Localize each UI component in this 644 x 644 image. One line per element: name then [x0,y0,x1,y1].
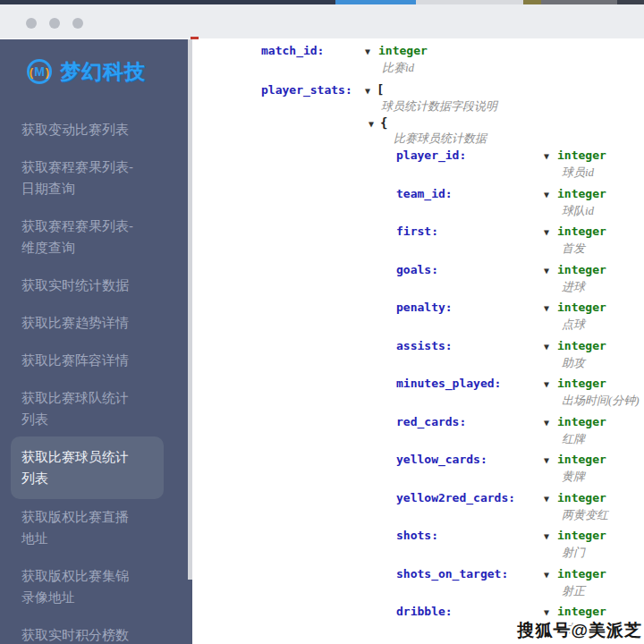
schema-field-row: shots:▼integer 射门 [396,528,644,561]
collapse-triangle-icon[interactable]: ▼ [544,415,549,431]
window-control-dot[interactable] [49,18,60,29]
field-name: team_id: [396,186,544,202]
field-name: yellow2red_cards: [396,490,544,506]
field-name: shots: [396,528,544,544]
field-name: assists: [396,338,544,354]
schema-field-row: yellow2red_cards:▼integer 两黄变红 [396,490,644,523]
field-type: integer [557,377,606,390]
field-type: integer [557,187,606,200]
collapse-triangle-icon[interactable]: ▼ [365,44,370,60]
schema-field-row: penalty:▼integer 点球 [396,300,644,333]
schema-field-row: team_id:▼integer 球队id [396,186,644,219]
collapse-triangle-icon[interactable]: ▼ [544,187,549,203]
sidebar: M 梦幻科技 获取变动比赛列表 获取赛程赛果列表-日期查询 获取赛程赛果列表-维… [0,39,192,644]
field-description: 射正 [562,583,644,599]
schema-field-row: goals:▼integer 进球 [396,262,644,295]
field-type: integer [557,453,606,466]
sidebar-menu-item-label: 获取实时积分榜数据 [21,627,129,644]
field-description: 助攻 [562,355,644,371]
collapse-triangle-icon[interactable]: ▼ [544,339,549,355]
field-name: dribble: [396,604,544,620]
field-name: first: [396,224,544,240]
collapse-triangle-icon[interactable]: ▼ [544,225,549,241]
field-description: 红牌 [562,431,644,447]
sidebar-menu-item[interactable]: 获取赛程赛果列表-日期查询 [21,157,136,199]
collapse-triangle-icon[interactable]: ▼ [544,491,549,507]
schema-field-row: red_cards:▼integer 红牌 [396,414,644,447]
collapse-triangle-icon[interactable]: ▼ [544,453,549,469]
sidebar-menu-item[interactable]: 获取比赛球员统计列表 [11,436,164,499]
field-type: integer [557,301,606,314]
logo-icon: M [27,59,52,84]
field-type: integer [557,339,606,352]
sidebar-menu-item-label: 获取版权比赛集锦录像地址 [21,568,129,605]
field-type: integer [557,148,606,162]
schema-field-row: player_stats:▼[ [261,81,384,99]
schema-field-row: shots_on_target:▼integer 射正 [396,566,644,599]
sidebar-menu-item-label: 获取比赛趋势详情 [21,315,129,330]
field-type: integer [378,44,428,57]
logo-text: 梦幻科技 [60,58,146,86]
sidebar-menu-item[interactable]: 获取比赛阵容详情 [21,350,136,371]
sidebar-menu-item[interactable]: 获取版权比赛直播地址 [21,506,136,549]
field-name: red_cards: [396,414,544,430]
sidebar-menu-item-label: 获取实时统计数据 [21,277,129,292]
window-control-dot[interactable] [72,18,83,29]
sidebar-menu-item[interactable]: 获取实时统计数据 [21,275,136,296]
field-description: 比赛id [382,60,414,76]
sidebar-menu-item-label: 获取版权比赛直播地址 [21,509,129,546]
sidebar-menu-item[interactable]: 获取变动比赛列表 [21,119,136,140]
schema-field-row: yellow_cards:▼integer 黄牌 [396,452,644,485]
field-description: 黄牌 [562,469,644,485]
sidebar-menu-item[interactable]: 获取实时积分榜数据 [21,624,136,644]
sidebar-menu-item-label: 获取比赛球员统计列表 [21,449,129,486]
field-description: 比赛球员统计数据 [394,131,487,147]
field-name: player_stats: [261,82,365,98]
sidebar-menu-item[interactable]: 获取赛程赛果列表-维度查询 [21,216,136,258]
field-name: yellow_cards: [396,452,544,468]
collapse-triangle-icon[interactable]: ▼ [544,529,549,545]
field-name: penalty: [396,300,544,316]
sidebar-menu-item[interactable]: 获取比赛球队统计列表 [21,387,136,430]
window-control-dot[interactable] [26,18,37,29]
field-name: minutes_played: [396,376,544,392]
field-type: integer [557,225,606,238]
collapse-triangle-icon[interactable]: ▼ [544,567,549,583]
schema-field-row: assists:▼integer 助攻 [396,338,644,371]
field-description: 球队id [562,203,644,219]
field-description: 进球 [562,279,644,295]
schema-field-row: first:▼integer 首发 [396,224,644,257]
logo[interactable]: M 梦幻科技 [27,55,192,88]
schema-field-row: player_id:▼integer 球员id [396,148,644,181]
field-description: 首发 [562,241,644,257]
sidebar-menu-item[interactable]: 获取版权比赛集锦录像地址 [21,565,136,608]
schema-object-row: ▼{ [369,114,387,132]
sidebar-menu: 获取变动比赛列表 获取赛程赛果列表-日期查询 获取赛程赛果列表-维度查询 获取实… [0,119,136,644]
collapse-triangle-icon[interactable]: ▼ [365,83,370,99]
field-type: integer [557,263,606,276]
object-open-brace: { [380,115,387,130]
field-name: goals: [396,262,544,278]
schema-panel: match_id:▼integer 比赛id player_stats:▼[ 球… [192,39,644,644]
sidebar-menu-item[interactable]: 获取比赛趋势详情 [21,312,136,334]
sidebar-menu-item-label: 获取赛程赛果列表-日期查询 [21,159,133,196]
field-description: 球员id [562,165,644,181]
watermark: 搜狐号@美派芝 [517,619,642,642]
field-name: player_id: [396,148,544,164]
schema-field-row: match_id:▼integer [261,43,428,60]
collapse-triangle-icon[interactable]: ▼ [544,377,549,393]
field-description: 点球 [562,317,644,333]
field-type: integer [557,415,606,428]
collapse-triangle-icon[interactable]: ▼ [369,116,374,132]
schema-field-row: minutes_played:▼integer 出场时间(分钟) [396,376,644,409]
field-type: integer [557,529,606,542]
field-type: integer [557,567,606,580]
field-description: 射门 [562,545,644,561]
field-description: 球员统计数据字段说明 [381,98,497,114]
collapse-triangle-icon[interactable]: ▼ [544,148,549,165]
sidebar-menu-item-label: 获取比赛球队统计列表 [21,390,129,427]
field-description: 出场时间(分钟) [562,393,644,409]
sidebar-menu-item-label: 获取赛程赛果列表-维度查询 [21,218,133,255]
collapse-triangle-icon[interactable]: ▼ [544,301,549,317]
collapse-triangle-icon[interactable]: ▼ [544,263,549,279]
